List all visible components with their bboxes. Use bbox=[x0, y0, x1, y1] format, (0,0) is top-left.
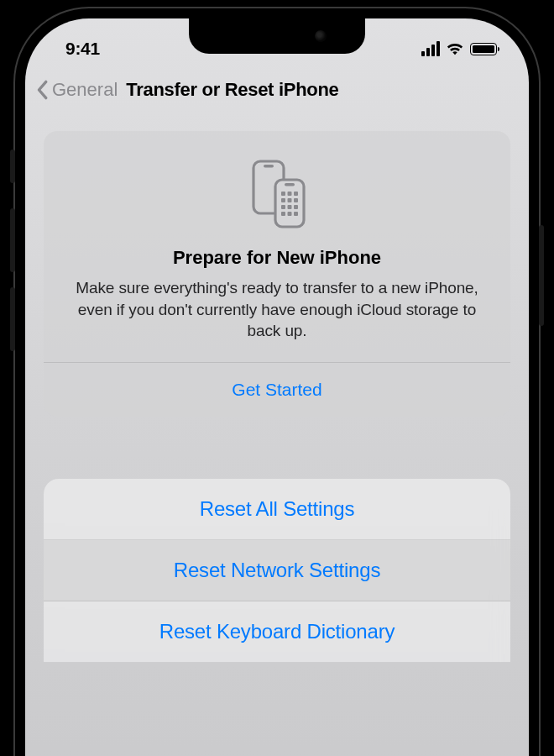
content-area: Prepare for New iPhone Make sure everyth… bbox=[25, 114, 529, 680]
svg-rect-11 bbox=[288, 205, 292, 209]
svg-rect-1 bbox=[264, 165, 274, 168]
back-button[interactable]: General bbox=[52, 79, 118, 101]
svg-rect-10 bbox=[281, 205, 285, 209]
phone-frame: 9:41 General Transfer or Reset bbox=[13, 7, 541, 756]
svg-rect-2 bbox=[275, 180, 304, 227]
prepare-body: Prepare for New iPhone Make sure everyth… bbox=[44, 131, 510, 362]
svg-rect-5 bbox=[288, 192, 292, 196]
screen: 9:41 General Transfer or Reset bbox=[25, 18, 529, 756]
prepare-card: Prepare for New iPhone Make sure everyth… bbox=[44, 131, 510, 417]
page-title: Transfer or Reset iPhone bbox=[126, 79, 338, 101]
reset-network-settings-button[interactable]: Reset Network Settings bbox=[44, 540, 510, 601]
status-time: 9:41 bbox=[65, 39, 100, 59]
reset-keyboard-dictionary-button[interactable]: Reset Keyboard Dictionary bbox=[44, 601, 510, 663]
chevron-left-icon[interactable] bbox=[35, 80, 49, 100]
wifi-icon bbox=[446, 41, 464, 56]
status-icons bbox=[421, 41, 497, 56]
cellular-icon bbox=[421, 41, 440, 56]
power-button[interactable] bbox=[539, 225, 544, 326]
reset-options-sheet: Reset All Settings Reset Network Setting… bbox=[44, 479, 510, 663]
prepare-description: Make sure everything's ready to transfer… bbox=[65, 277, 489, 342]
svg-rect-6 bbox=[294, 192, 298, 196]
svg-rect-7 bbox=[281, 198, 285, 202]
reset-all-settings-button[interactable]: Reset All Settings bbox=[44, 479, 510, 540]
get-started-button[interactable]: Get Started bbox=[44, 363, 510, 417]
svg-rect-8 bbox=[288, 198, 292, 202]
svg-rect-4 bbox=[281, 192, 285, 196]
svg-rect-12 bbox=[294, 205, 298, 209]
transfer-devices-icon bbox=[65, 155, 489, 232]
svg-rect-9 bbox=[294, 198, 298, 202]
battery-icon bbox=[470, 43, 497, 55]
prepare-title: Prepare for New iPhone bbox=[65, 247, 489, 269]
volume-down-button[interactable] bbox=[10, 287, 15, 351]
nav-bar: General Transfer or Reset iPhone bbox=[25, 69, 529, 114]
svg-rect-3 bbox=[285, 183, 295, 186]
svg-rect-13 bbox=[281, 212, 285, 216]
svg-rect-15 bbox=[294, 212, 298, 216]
svg-rect-14 bbox=[288, 212, 292, 216]
volume-up-button[interactable] bbox=[10, 208, 15, 272]
silence-switch[interactable] bbox=[10, 150, 15, 183]
notch bbox=[189, 18, 365, 54]
